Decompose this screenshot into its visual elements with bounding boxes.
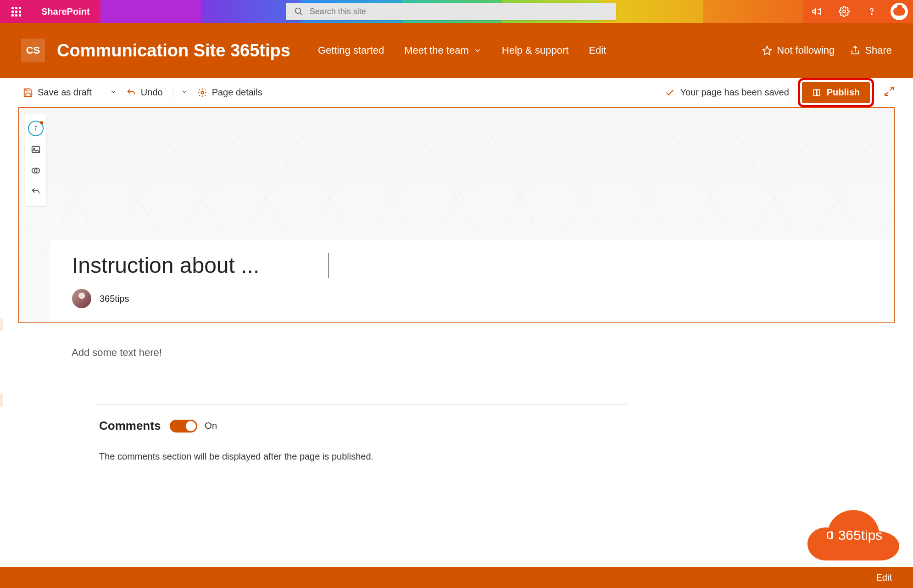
star-icon [762, 45, 772, 55]
help-button[interactable] [858, 0, 885, 23]
search-icon [294, 7, 303, 16]
save-draft-button[interactable]: Save as draft [18, 84, 96, 100]
nav-edit[interactable]: Edit [589, 44, 606, 56]
help-icon [866, 6, 877, 17]
svg-line-8 [885, 92, 888, 95]
info-tool[interactable] [28, 121, 44, 136]
site-logo[interactable]: CS [21, 39, 45, 62]
site-header: CS Communication Site 365tips Getting st… [0, 23, 913, 78]
comments-toggle[interactable] [170, 420, 197, 433]
chevron-down-icon [181, 88, 188, 95]
svg-line-1 [300, 13, 302, 15]
undo-icon [126, 88, 136, 98]
megaphone-button[interactable] [803, 0, 830, 23]
gear-icon [197, 88, 207, 98]
app-launcher-button[interactable] [0, 0, 32, 23]
office-icon [824, 530, 835, 541]
svg-point-3 [871, 14, 872, 15]
chevron-down-icon [473, 46, 482, 55]
waffle-icon [11, 7, 21, 17]
follow-button[interactable]: Not following [762, 44, 835, 56]
info-icon [31, 123, 41, 133]
toggle-state-label: On [205, 421, 217, 431]
canvas-toolbar [25, 114, 46, 206]
plus-icon [0, 396, 0, 405]
svg-point-6 [201, 91, 204, 94]
svg-line-7 [890, 87, 893, 90]
layer-tool[interactable] [28, 163, 44, 178]
nav-meet-team[interactable]: Meet the team [404, 44, 482, 56]
expand-icon [884, 86, 895, 97]
expand-button[interactable] [884, 86, 895, 99]
author-row: 365tips [72, 289, 872, 308]
notification-dot-icon [40, 121, 43, 124]
save-draft-dropdown[interactable] [105, 84, 122, 100]
undo-icon [31, 187, 41, 197]
title-area[interactable]: 365tips [50, 240, 894, 322]
text-webpart[interactable]: Add some text here! [72, 347, 841, 359]
svg-point-2 [843, 10, 846, 13]
reset-tool[interactable] [28, 184, 44, 200]
svg-marker-4 [763, 46, 771, 55]
save-status: Your page has been saved [665, 87, 789, 98]
brand-cloud-logo[interactable]: 365tips [807, 510, 899, 560]
author-name[interactable]: 365tips [100, 294, 129, 304]
megaphone-icon [811, 6, 822, 17]
toggle-knob-icon [186, 421, 196, 431]
account-button[interactable] [885, 0, 913, 23]
author-avatar-icon [72, 289, 91, 308]
body-area: Add some text here! Comments On The comm… [0, 323, 913, 462]
save-icon [23, 88, 33, 98]
share-icon [850, 45, 860, 55]
account-avatar-icon [891, 3, 908, 20]
nav-getting-started[interactable]: Getting started [318, 44, 384, 56]
divider [173, 86, 173, 100]
add-section-button[interactable] [0, 318, 3, 331]
search-box[interactable] [286, 3, 616, 20]
chevron-down-icon [110, 88, 117, 95]
command-bar: Save as draft Undo Page details Your pag… [0, 78, 913, 107]
gear-icon [839, 6, 850, 17]
footer-edit-button[interactable]: Edit [876, 572, 892, 583]
overlay-icon [31, 166, 41, 176]
book-icon [812, 88, 821, 97]
search-input[interactable] [310, 7, 608, 17]
settings-button[interactable] [830, 0, 858, 23]
page-title-input[interactable] [72, 253, 329, 278]
site-title[interactable]: Communication Site 365tips [57, 41, 290, 61]
check-icon [665, 88, 675, 98]
svg-point-0 [295, 8, 301, 14]
image-tool[interactable] [28, 142, 44, 157]
comments-note: The comments section will be displayed a… [72, 451, 841, 462]
svg-point-10 [35, 126, 36, 127]
publish-button[interactable]: Publish [802, 82, 870, 103]
page-canvas[interactable]: 365tips [18, 107, 895, 323]
nav-help-support[interactable]: Help & support [502, 44, 569, 56]
divider [102, 86, 102, 100]
undo-button[interactable]: Undo [122, 84, 167, 100]
image-icon [31, 144, 41, 155]
suite-bar: SharePoint [0, 0, 913, 23]
brand-cloud-text: 365tips [838, 527, 883, 543]
add-section-button[interactable] [0, 394, 3, 407]
plus-icon [0, 321, 0, 329]
comments-heading: Comments [99, 419, 161, 433]
page-details-button[interactable]: Page details [193, 84, 267, 100]
share-button[interactable]: Share [850, 44, 892, 56]
undo-dropdown[interactable] [176, 84, 193, 100]
footer-bar: Edit [0, 567, 913, 588]
app-name[interactable]: SharePoint [32, 6, 99, 17]
divider [95, 405, 627, 405]
